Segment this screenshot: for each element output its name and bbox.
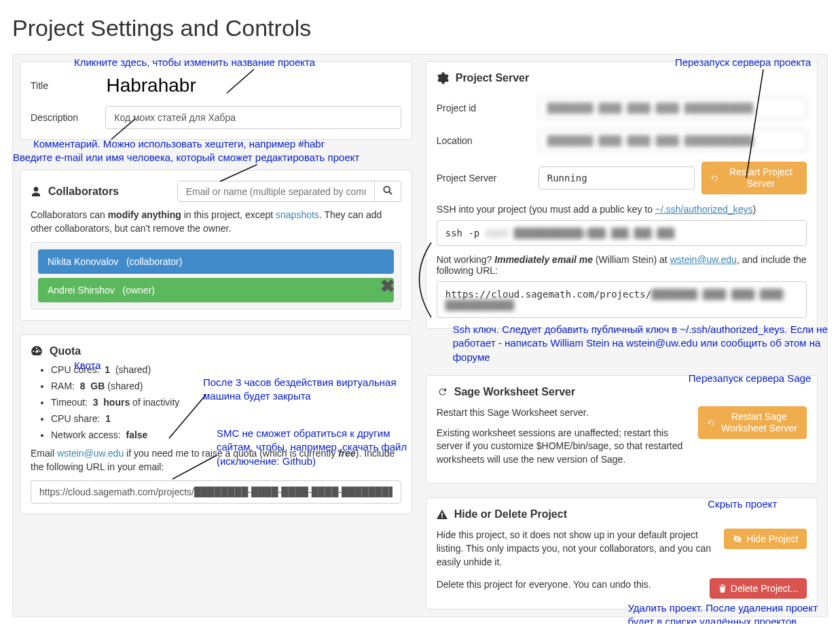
title-input[interactable] xyxy=(106,72,401,99)
sage-worksheet-panel: Sage Worksheet Server Restart this Sage … xyxy=(426,375,818,484)
location-value: ████████-████-████-████-████████████ xyxy=(538,129,807,152)
collaborators-header: Collaborators xyxy=(48,186,119,198)
annotation-desc: Комментарий. Можно использовать хештеги,… xyxy=(33,137,414,151)
description-input[interactable] xyxy=(105,106,401,129)
annotation-title: Кликните здесь, чтобы изменить название … xyxy=(74,56,315,69)
wstein-email-link[interactable]: wstein@uw.edu xyxy=(670,254,737,265)
svg-point-3 xyxy=(384,186,390,192)
hide-delete-header: Hide or Delete Project xyxy=(454,508,567,520)
ssh-keys-link[interactable]: ~/.ssh/authorized_keys xyxy=(655,204,753,215)
annotation-hide: Скрыть проект xyxy=(708,497,777,511)
collaborators-list: Nikita Konovalov (collaborator) Andrei S… xyxy=(31,242,401,310)
refresh-icon xyxy=(707,419,716,427)
collaborator-search-input[interactable] xyxy=(177,181,375,202)
project-id-label: Project id xyxy=(437,103,532,113)
project-url-box[interactable]: https://cloud.sagemath.com/projects/████… xyxy=(437,281,807,318)
project-id-value: ████████-████-████-████-████████████ xyxy=(538,96,807,120)
ssh-help: SSH into your project (you must add a pu… xyxy=(437,204,807,215)
collaborator-item[interactable]: Nikita Konovalov (collaborator) xyxy=(38,249,394,274)
annotation-collab: Введите e-mail или имя человека, который… xyxy=(13,151,420,164)
title-label: Title xyxy=(31,80,106,91)
sage-header: Sage Worksheet Server xyxy=(454,386,575,398)
server-status-label: Project Server xyxy=(437,173,532,183)
collaborator-item[interactable]: Andrei Shirshov (owner) xyxy=(38,278,394,302)
delete-desc: Delete this project for everyone. You ca… xyxy=(437,578,701,592)
title-panel: Title Description xyxy=(20,61,412,140)
hide-desc: Hide this project, so it does not show u… xyxy=(437,529,716,569)
quota-header: Quota xyxy=(50,345,81,357)
project-server-panel: Project Server Project id ████████-████-… xyxy=(426,61,818,329)
collaborators-help: Collaborators can modify anything in thi… xyxy=(31,209,401,235)
hide-project-button[interactable]: Hide Project xyxy=(724,529,807,549)
search-icon xyxy=(383,186,392,195)
quota-email-link[interactable]: wstein@uw.edu xyxy=(57,448,124,459)
restart-project-server-button[interactable]: Restart Project Server xyxy=(701,162,807,194)
sage-desc-1: Restart this Sage Worksheet server. xyxy=(437,406,691,420)
gears-icon xyxy=(437,72,449,84)
dashboard-icon xyxy=(31,345,43,357)
delete-project-button[interactable]: Delete Project... xyxy=(710,578,807,599)
annotation-restart-sage: Перезапуск сервера Sage xyxy=(689,372,811,385)
snapshots-link[interactable]: snapshots xyxy=(276,209,319,220)
hide-delete-panel: Hide or Delete Project Hide this project… xyxy=(426,497,818,610)
annotation-network: SMC не сможет обратиться к другим сайтам… xyxy=(217,427,414,468)
restart-sage-button[interactable]: Restart Sage Worksheet Server xyxy=(698,406,807,439)
refresh-icon xyxy=(437,387,448,398)
not-working-help: Not working? Immediately email me (Willi… xyxy=(437,254,807,276)
eye-slash-icon xyxy=(733,534,742,544)
annotation-ssh: Ssh ключ. Следует добавить публичный клю… xyxy=(453,323,833,364)
location-label: Location xyxy=(437,135,532,146)
search-button[interactable] xyxy=(375,181,401,202)
trash-icon xyxy=(718,584,727,593)
ssh-command-box[interactable]: ssh -p 2222 ████████████@███.███.███.███ xyxy=(437,220,807,246)
quota-url-box[interactable] xyxy=(31,480,401,504)
quota-item-cpu-share: CPU share: 1 xyxy=(51,413,401,424)
close-icon[interactable]: ✖ xyxy=(380,276,395,297)
user-icon xyxy=(31,186,41,197)
annotation-delete: Удалить проект. После удаления проект бу… xyxy=(627,601,824,624)
description-label: Description xyxy=(31,112,105,123)
quota-item-cpu-cores: CPU cores: 1 (shared) xyxy=(51,364,401,375)
annotation-timeout: После 3 часов бездействия виртуальная ма… xyxy=(203,376,407,404)
annotation-quota: Квота xyxy=(74,359,101,372)
warning-icon xyxy=(437,509,448,520)
collaborators-panel: Collaborators Collaborators can modify a… xyxy=(20,170,412,321)
server-status-value: Running xyxy=(538,166,695,190)
sage-desc-2: Existing worksheet sessions are unaffect… xyxy=(437,427,691,467)
server-header: Project Server xyxy=(456,72,530,84)
page-title: Project Settings and Controls xyxy=(12,15,828,41)
annotation-restart-server: Перезапуск сервера проекта xyxy=(675,56,811,69)
refresh-icon xyxy=(710,174,719,183)
svg-line-4 xyxy=(389,192,392,194)
